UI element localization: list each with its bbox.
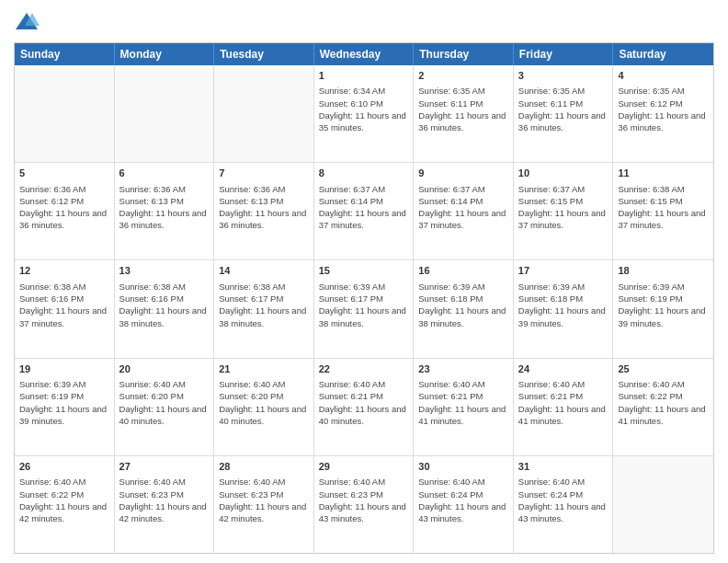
sunset: Sunset: 6:12 PM [618,98,709,109]
calendar-week-1: 1Sunrise: 6:34 AMSunset: 6:10 PMDaylight… [15,65,713,163]
daylight: Daylight: 11 hours and 36 minutes. [518,109,609,134]
day-number: 28 [219,460,309,474]
sunset: Sunset: 6:23 PM [219,488,309,500]
daylight: Daylight: 11 hours and 37 minutes. [319,207,409,232]
calendar-cell: 27Sunrise: 6:40 AMSunset: 6:23 PMDayligh… [115,456,215,553]
calendar-cell: 15Sunrise: 6:39 AMSunset: 6:17 PMDayligh… [314,260,415,357]
calendar-cell: 2Sunrise: 6:35 AMSunset: 6:11 PMDaylight… [414,65,514,162]
sunset: Sunset: 6:10 PM [319,98,409,109]
calendar-header-row: SundayMondayTuesdayWednesdayThursdayFrid… [15,43,713,65]
day-number: 17 [518,264,609,278]
sunrise: Sunrise: 6:40 AM [219,378,309,390]
calendar-cell: 12Sunrise: 6:38 AMSunset: 6:16 PMDayligh… [15,260,115,357]
sunset: Sunset: 6:15 PM [518,195,609,207]
day-number: 11 [618,167,709,180]
sunrise: Sunrise: 6:40 AM [518,378,609,390]
daylight: Daylight: 11 hours and 39 minutes. [518,304,609,329]
sunset: Sunset: 6:16 PM [119,293,210,304]
sunrise: Sunrise: 6:40 AM [418,378,508,390]
calendar-cell: 11Sunrise: 6:38 AMSunset: 6:15 PMDayligh… [613,163,713,259]
sunrise: Sunrise: 6:36 AM [119,183,210,195]
calendar-cell: 6Sunrise: 6:36 AMSunset: 6:13 PMDaylight… [115,163,215,259]
daylight: Daylight: 11 hours and 42 minutes. [219,500,309,525]
calendar: SundayMondayTuesdayWednesdayThursdayFrid… [14,42,714,554]
daylight: Daylight: 11 hours and 39 minutes. [19,403,109,428]
sunset: Sunset: 6:24 PM [518,488,609,500]
sunset: Sunset: 6:14 PM [319,195,409,207]
calendar-cell: 17Sunrise: 6:39 AMSunset: 6:18 PMDayligh… [514,260,614,357]
sunset: Sunset: 6:20 PM [219,390,309,402]
sunset: Sunset: 6:24 PM [418,488,508,500]
sunset: Sunset: 6:19 PM [19,390,109,402]
calendar-week-3: 12Sunrise: 6:38 AMSunset: 6:16 PMDayligh… [15,260,713,358]
daylight: Daylight: 11 hours and 43 minutes. [418,500,508,525]
calendar-cell: 7Sunrise: 6:36 AMSunset: 6:13 PMDaylight… [214,163,314,259]
sunrise: Sunrise: 6:40 AM [19,476,109,488]
logo [14,9,43,35]
sunset: Sunset: 6:20 PM [119,390,210,402]
sunrise: Sunrise: 6:36 AM [19,183,109,195]
daylight: Daylight: 11 hours and 40 minutes. [319,403,409,428]
daylight: Daylight: 11 hours and 38 minutes. [319,304,409,329]
sunrise: Sunrise: 6:35 AM [618,85,709,97]
day-number: 26 [19,460,109,474]
calendar-cell: 13Sunrise: 6:38 AMSunset: 6:16 PMDayligh… [115,260,215,357]
calendar-cell: 30Sunrise: 6:40 AMSunset: 6:24 PMDayligh… [414,456,514,553]
sunset: Sunset: 6:16 PM [19,293,109,304]
sunrise: Sunrise: 6:35 AM [418,85,508,97]
daylight: Daylight: 11 hours and 42 minutes. [19,500,109,525]
day-number: 19 [19,362,109,376]
sunrise: Sunrise: 6:38 AM [219,281,309,293]
calendar-week-2: 5Sunrise: 6:36 AMSunset: 6:12 PMDaylight… [15,163,713,260]
sunset: Sunset: 6:19 PM [618,293,709,304]
calendar-week-5: 26Sunrise: 6:40 AMSunset: 6:22 PMDayligh… [15,456,713,553]
calendar-header-wednesday: Wednesday [314,43,415,65]
sunrise: Sunrise: 6:37 AM [319,183,409,195]
day-number: 8 [319,167,409,180]
calendar-cell: 1Sunrise: 6:34 AMSunset: 6:10 PMDaylight… [314,65,415,162]
sunrise: Sunrise: 6:38 AM [618,183,709,195]
sunset: Sunset: 6:17 PM [319,293,409,304]
daylight: Daylight: 11 hours and 37 minutes. [19,304,109,329]
sunrise: Sunrise: 6:40 AM [418,476,508,488]
calendar-cell: 31Sunrise: 6:40 AMSunset: 6:24 PMDayligh… [514,456,614,553]
sunrise: Sunrise: 6:40 AM [319,378,409,390]
header [14,9,714,35]
day-number: 9 [418,167,508,180]
day-number: 4 [618,69,709,83]
sunset: Sunset: 6:23 PM [319,488,409,500]
calendar-cell: 20Sunrise: 6:40 AMSunset: 6:20 PMDayligh… [115,359,215,455]
sunset: Sunset: 6:21 PM [319,390,409,402]
sunrise: Sunrise: 6:39 AM [19,378,109,390]
calendar-cell: 29Sunrise: 6:40 AMSunset: 6:23 PMDayligh… [314,456,415,553]
sunrise: Sunrise: 6:39 AM [618,281,709,293]
sunset: Sunset: 6:11 PM [518,98,609,109]
sunrise: Sunrise: 6:39 AM [418,281,508,293]
day-number: 7 [219,167,309,180]
calendar-cell [214,65,314,162]
calendar-cell [115,65,215,162]
day-number: 24 [518,362,609,376]
logo-icon [14,9,40,35]
sunset: Sunset: 6:14 PM [418,195,508,207]
calendar-cell: 8Sunrise: 6:37 AMSunset: 6:14 PMDaylight… [314,163,415,259]
sunrise: Sunrise: 6:40 AM [518,476,609,488]
sunset: Sunset: 6:21 PM [418,390,508,402]
daylight: Daylight: 11 hours and 41 minutes. [618,403,709,428]
day-number: 31 [518,460,609,474]
day-number: 12 [19,264,109,278]
calendar-header-tuesday: Tuesday [214,43,314,65]
calendar-header-friday: Friday [514,43,614,65]
daylight: Daylight: 11 hours and 36 minutes. [119,207,210,232]
day-number: 20 [119,362,210,376]
calendar-cell: 5Sunrise: 6:36 AMSunset: 6:12 PMDaylight… [15,163,115,259]
calendar-cell: 19Sunrise: 6:39 AMSunset: 6:19 PMDayligh… [15,359,115,455]
sunrise: Sunrise: 6:35 AM [518,85,609,97]
sunset: Sunset: 6:21 PM [518,390,609,402]
calendar-cell: 28Sunrise: 6:40 AMSunset: 6:23 PMDayligh… [214,456,314,553]
daylight: Daylight: 11 hours and 40 minutes. [219,403,309,428]
sunset: Sunset: 6:13 PM [219,195,309,207]
sunset: Sunset: 6:12 PM [19,195,109,207]
sunset: Sunset: 6:17 PM [219,293,309,304]
calendar-header-monday: Monday [115,43,215,65]
